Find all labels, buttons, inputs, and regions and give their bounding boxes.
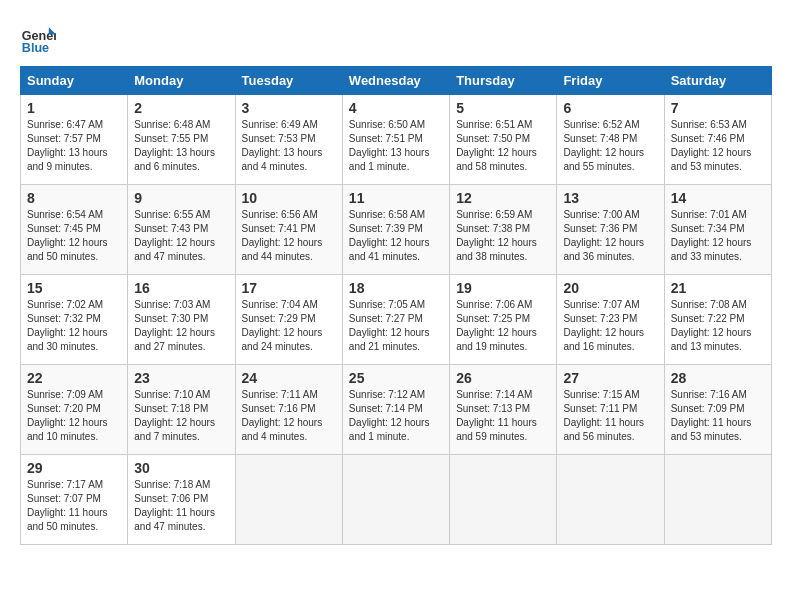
calendar-cell: 4Sunrise: 6:50 AMSunset: 7:51 PMDaylight… xyxy=(342,95,449,185)
calendar-cell xyxy=(664,455,771,545)
day-number: 1 xyxy=(27,100,121,116)
cell-info: Sunrise: 6:53 AMSunset: 7:46 PMDaylight:… xyxy=(671,118,765,174)
calendar-table: SundayMondayTuesdayWednesdayThursdayFrid… xyxy=(20,66,772,545)
cell-info: Sunrise: 7:11 AMSunset: 7:16 PMDaylight:… xyxy=(242,388,336,444)
calendar-cell: 15Sunrise: 7:02 AMSunset: 7:32 PMDayligh… xyxy=(21,275,128,365)
day-number: 26 xyxy=(456,370,550,386)
calendar-cell: 1Sunrise: 6:47 AMSunset: 7:57 PMDaylight… xyxy=(21,95,128,185)
cell-info: Sunrise: 7:08 AMSunset: 7:22 PMDaylight:… xyxy=(671,298,765,354)
cell-info: Sunrise: 6:52 AMSunset: 7:48 PMDaylight:… xyxy=(563,118,657,174)
day-number: 12 xyxy=(456,190,550,206)
cell-info: Sunrise: 6:49 AMSunset: 7:53 PMDaylight:… xyxy=(242,118,336,174)
calendar-cell: 13Sunrise: 7:00 AMSunset: 7:36 PMDayligh… xyxy=(557,185,664,275)
cell-info: Sunrise: 6:51 AMSunset: 7:50 PMDaylight:… xyxy=(456,118,550,174)
calendar-week-5: 29Sunrise: 7:17 AMSunset: 7:07 PMDayligh… xyxy=(21,455,772,545)
day-number: 28 xyxy=(671,370,765,386)
calendar-cell: 24Sunrise: 7:11 AMSunset: 7:16 PMDayligh… xyxy=(235,365,342,455)
cell-info: Sunrise: 6:58 AMSunset: 7:39 PMDaylight:… xyxy=(349,208,443,264)
cell-info: Sunrise: 7:14 AMSunset: 7:13 PMDaylight:… xyxy=(456,388,550,444)
svg-text:Blue: Blue xyxy=(22,41,49,55)
calendar-cell xyxy=(235,455,342,545)
calendar-cell: 30Sunrise: 7:18 AMSunset: 7:06 PMDayligh… xyxy=(128,455,235,545)
calendar-cell: 21Sunrise: 7:08 AMSunset: 7:22 PMDayligh… xyxy=(664,275,771,365)
day-number: 18 xyxy=(349,280,443,296)
day-number: 24 xyxy=(242,370,336,386)
calendar-cell: 27Sunrise: 7:15 AMSunset: 7:11 PMDayligh… xyxy=(557,365,664,455)
cell-info: Sunrise: 6:54 AMSunset: 7:45 PMDaylight:… xyxy=(27,208,121,264)
calendar-week-3: 15Sunrise: 7:02 AMSunset: 7:32 PMDayligh… xyxy=(21,275,772,365)
calendar-cell: 29Sunrise: 7:17 AMSunset: 7:07 PMDayligh… xyxy=(21,455,128,545)
cell-info: Sunrise: 6:55 AMSunset: 7:43 PMDaylight:… xyxy=(134,208,228,264)
calendar-cell: 18Sunrise: 7:05 AMSunset: 7:27 PMDayligh… xyxy=(342,275,449,365)
calendar-cell: 25Sunrise: 7:12 AMSunset: 7:14 PMDayligh… xyxy=(342,365,449,455)
calendar-cell: 14Sunrise: 7:01 AMSunset: 7:34 PMDayligh… xyxy=(664,185,771,275)
cell-info: Sunrise: 7:09 AMSunset: 7:20 PMDaylight:… xyxy=(27,388,121,444)
day-number: 8 xyxy=(27,190,121,206)
calendar-cell xyxy=(342,455,449,545)
day-number: 30 xyxy=(134,460,228,476)
calendar-cell: 12Sunrise: 6:59 AMSunset: 7:38 PMDayligh… xyxy=(450,185,557,275)
calendar-cell: 9Sunrise: 6:55 AMSunset: 7:43 PMDaylight… xyxy=(128,185,235,275)
day-number: 3 xyxy=(242,100,336,116)
cell-info: Sunrise: 7:17 AMSunset: 7:07 PMDaylight:… xyxy=(27,478,121,534)
cell-info: Sunrise: 6:48 AMSunset: 7:55 PMDaylight:… xyxy=(134,118,228,174)
calendar-cell xyxy=(557,455,664,545)
calendar-cell: 8Sunrise: 6:54 AMSunset: 7:45 PMDaylight… xyxy=(21,185,128,275)
calendar-cell: 6Sunrise: 6:52 AMSunset: 7:48 PMDaylight… xyxy=(557,95,664,185)
calendar-cell: 17Sunrise: 7:04 AMSunset: 7:29 PMDayligh… xyxy=(235,275,342,365)
cell-info: Sunrise: 7:15 AMSunset: 7:11 PMDaylight:… xyxy=(563,388,657,444)
cell-info: Sunrise: 7:12 AMSunset: 7:14 PMDaylight:… xyxy=(349,388,443,444)
column-header-wednesday: Wednesday xyxy=(342,67,449,95)
column-header-thursday: Thursday xyxy=(450,67,557,95)
day-number: 19 xyxy=(456,280,550,296)
day-number: 5 xyxy=(456,100,550,116)
day-number: 4 xyxy=(349,100,443,116)
day-number: 21 xyxy=(671,280,765,296)
logo: General Blue xyxy=(20,20,58,56)
cell-info: Sunrise: 7:07 AMSunset: 7:23 PMDaylight:… xyxy=(563,298,657,354)
cell-info: Sunrise: 7:01 AMSunset: 7:34 PMDaylight:… xyxy=(671,208,765,264)
calendar-cell: 20Sunrise: 7:07 AMSunset: 7:23 PMDayligh… xyxy=(557,275,664,365)
cell-info: Sunrise: 7:02 AMSunset: 7:32 PMDaylight:… xyxy=(27,298,121,354)
calendar-cell xyxy=(450,455,557,545)
cell-info: Sunrise: 6:50 AMSunset: 7:51 PMDaylight:… xyxy=(349,118,443,174)
cell-info: Sunrise: 7:03 AMSunset: 7:30 PMDaylight:… xyxy=(134,298,228,354)
column-header-tuesday: Tuesday xyxy=(235,67,342,95)
day-number: 9 xyxy=(134,190,228,206)
calendar-cell: 22Sunrise: 7:09 AMSunset: 7:20 PMDayligh… xyxy=(21,365,128,455)
day-number: 20 xyxy=(563,280,657,296)
day-number: 15 xyxy=(27,280,121,296)
day-number: 7 xyxy=(671,100,765,116)
day-number: 23 xyxy=(134,370,228,386)
cell-info: Sunrise: 7:05 AMSunset: 7:27 PMDaylight:… xyxy=(349,298,443,354)
day-number: 16 xyxy=(134,280,228,296)
calendar-cell: 23Sunrise: 7:10 AMSunset: 7:18 PMDayligh… xyxy=(128,365,235,455)
calendar-cell: 10Sunrise: 6:56 AMSunset: 7:41 PMDayligh… xyxy=(235,185,342,275)
column-header-friday: Friday xyxy=(557,67,664,95)
cell-info: Sunrise: 7:04 AMSunset: 7:29 PMDaylight:… xyxy=(242,298,336,354)
day-number: 13 xyxy=(563,190,657,206)
day-number: 2 xyxy=(134,100,228,116)
day-number: 29 xyxy=(27,460,121,476)
calendar-cell: 2Sunrise: 6:48 AMSunset: 7:55 PMDaylight… xyxy=(128,95,235,185)
day-number: 14 xyxy=(671,190,765,206)
calendar-cell: 19Sunrise: 7:06 AMSunset: 7:25 PMDayligh… xyxy=(450,275,557,365)
logo-icon: General Blue xyxy=(20,20,56,56)
calendar-cell: 5Sunrise: 6:51 AMSunset: 7:50 PMDaylight… xyxy=(450,95,557,185)
calendar-week-4: 22Sunrise: 7:09 AMSunset: 7:20 PMDayligh… xyxy=(21,365,772,455)
cell-info: Sunrise: 6:56 AMSunset: 7:41 PMDaylight:… xyxy=(242,208,336,264)
day-number: 25 xyxy=(349,370,443,386)
cell-info: Sunrise: 6:59 AMSunset: 7:38 PMDaylight:… xyxy=(456,208,550,264)
calendar-cell: 28Sunrise: 7:16 AMSunset: 7:09 PMDayligh… xyxy=(664,365,771,455)
day-number: 6 xyxy=(563,100,657,116)
day-number: 10 xyxy=(242,190,336,206)
cell-info: Sunrise: 6:47 AMSunset: 7:57 PMDaylight:… xyxy=(27,118,121,174)
column-header-saturday: Saturday xyxy=(664,67,771,95)
calendar-cell: 7Sunrise: 6:53 AMSunset: 7:46 PMDaylight… xyxy=(664,95,771,185)
cell-info: Sunrise: 7:18 AMSunset: 7:06 PMDaylight:… xyxy=(134,478,228,534)
calendar-header-row: SundayMondayTuesdayWednesdayThursdayFrid… xyxy=(21,67,772,95)
calendar-cell: 11Sunrise: 6:58 AMSunset: 7:39 PMDayligh… xyxy=(342,185,449,275)
day-number: 17 xyxy=(242,280,336,296)
column-header-sunday: Sunday xyxy=(21,67,128,95)
calendar-cell: 16Sunrise: 7:03 AMSunset: 7:30 PMDayligh… xyxy=(128,275,235,365)
